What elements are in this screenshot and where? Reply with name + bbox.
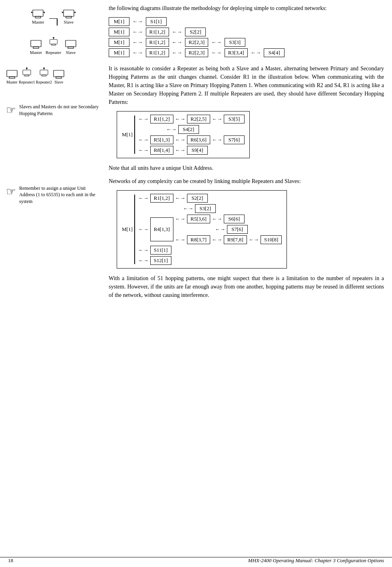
repeater-paragraph: It is reasonable to consider a Repeater …: [109, 64, 384, 106]
cd1-r1-b1: R1[1,2]: [150, 115, 173, 123]
cd1-r3-b2: R6[3,6]: [187, 135, 210, 144]
cd1-r2-b1: S4[2]: [178, 125, 199, 134]
cd1-r3-b3: S7[6]: [224, 135, 245, 144]
cd1-r3-a2: ←→: [175, 137, 185, 143]
left-sidebar: Master: [0, 0, 105, 567]
cd2-r5-a3: ←→: [249, 237, 259, 243]
cd1-r1-a2: ←→: [175, 116, 185, 122]
slave-label-2: Slave: [66, 50, 76, 55]
network-row-3: M[1] ←→ R1[1,2] ←→ R2[2,3] ←→ S3[3]: [109, 38, 245, 47]
cd2-r1-b1: R1[1,2]: [150, 194, 173, 203]
note-slaves-masters-text: Slaves and Masters do not use Secondary …: [19, 103, 101, 117]
hand-icon-2: ☞: [6, 185, 16, 198]
svg-rect-23: [25, 75, 29, 76]
hand-icon-1: ☞: [6, 103, 16, 117]
complex-diagram-2: M[1] ←→ R1[1,2] ←→ S2[2]: [117, 190, 384, 269]
device-slave-3: Slave: [53, 68, 65, 84]
cd2-row-1: ←→ R1[1,2] ←→ S2[2]: [137, 194, 282, 203]
cd2-r6-a1: ←→: [138, 247, 149, 253]
box-s33-r3: S3[3]: [225, 38, 245, 47]
closing-paragraph: With a limitation of 51 hopping patterns…: [109, 274, 384, 299]
cd2-r3-a1: ←→: [138, 226, 149, 233]
master-label-1: Master: [32, 20, 44, 24]
box-s44-r4: S4[4]: [264, 48, 285, 57]
svg-rect-18: [66, 40, 76, 47]
diagram-master-repeater-slave: Master Repeater: [6, 35, 101, 55]
cd1-master: M[1]: [122, 131, 133, 138]
cd2-r5-sub3: ←→ R8[3,7] ←→ R9[7,8] ←→ S10[8]: [173, 235, 282, 244]
cd1-vert-line: [134, 115, 135, 154]
arrow-r2-1: ←→: [131, 29, 144, 35]
svg-rect-1: [35, 16, 41, 18]
main-content: the following diagrams illustrate the me…: [105, 0, 392, 567]
cd1-r1-a1: ←→: [138, 116, 149, 122]
device-master-3: Master: [6, 68, 18, 84]
cd2-r5-a2: ←→: [212, 237, 222, 243]
cd1-r1-b3: S3[5]: [224, 115, 245, 123]
box-m1-r4: M[1]: [109, 48, 129, 57]
cd1-r2-a1: ←→: [166, 126, 177, 133]
cd2-r4-a3: ←→: [215, 226, 225, 233]
svg-rect-27: [42, 75, 46, 76]
svg-rect-0: [33, 10, 43, 16]
cd2-r1-a2: ←→: [175, 195, 185, 201]
cd2-r4-box-combined: R4[1,3]: [150, 217, 173, 241]
svg-rect-31: [56, 77, 62, 78]
box-r334-r4: R3[3,4]: [225, 48, 248, 57]
cd1-r1-a3: ←→: [212, 116, 222, 122]
page-footer: 18 MHX-2400 Operating Manual: Chapter 3 …: [0, 557, 392, 564]
device-master-2: Master: [29, 38, 43, 55]
network-row-4: M[1] ←→ R1[1,2] ←→ R2[2,3] ←→ R3[3,4] ←→…: [109, 48, 285, 57]
device-slave-1: Slave: [62, 8, 76, 24]
cd1-row-4: ←→ R8[1,4] ←→ S9[4]: [137, 146, 245, 155]
slave-label-1: Slave: [64, 20, 74, 24]
complex-diagram-1: M[1] ←→ R1[1,2] ←→ R2[2,5] ←→ S3[: [117, 111, 384, 158]
svg-rect-26: [40, 70, 48, 75]
svg-point-11: [75, 12, 76, 13]
device-slave-2: Slave: [64, 38, 78, 55]
box-r112-r3: R1[1,2]: [146, 38, 169, 47]
cd2-r2-a1: ←→: [183, 205, 193, 212]
cd2-r1-a1: ←→: [138, 195, 149, 201]
cd2-row-6: ←→ S11[1]: [137, 246, 282, 255]
arrow-r2-2: ←→: [171, 29, 184, 35]
footer-title: MHX-2400 Operating Manual: Chapter 3 Con…: [248, 557, 384, 564]
cd1-row-3: ←→ R5[1,3] ←→ R6[3,6] ←→ S7[6]: [137, 135, 245, 144]
svg-point-17: [53, 37, 54, 38]
box-r223-r4: R2[2,3]: [185, 48, 208, 57]
svg-rect-7: [66, 16, 72, 18]
svg-point-25: [26, 68, 28, 69]
cd2-master: M[1]: [122, 226, 133, 233]
box-r223-r3: R2[2,3]: [185, 38, 208, 47]
cd2-r3-a2: ←→: [175, 216, 185, 222]
cd2-r2-b1: S3[2]: [195, 204, 216, 213]
note-slaves-masters: ☞ Slaves and Masters do not use Secondar…: [6, 103, 101, 117]
arrow-r4-3: ←→: [210, 50, 223, 56]
cd1-r3-b1: R5[1,3]: [150, 135, 173, 144]
box-m1-r3: M[1]: [109, 38, 129, 47]
svg-point-29: [43, 68, 44, 69]
box-r112-r4: R1[1,2]: [146, 48, 169, 57]
svg-point-4: [31, 12, 32, 13]
cd2-r7-a1: ←→: [138, 257, 149, 264]
cd1-rows: ←→ R1[1,2] ←→ R2[2,5] ←→ S3[5] ←→ S4[2]: [137, 115, 245, 155]
arrow-r4-2: ←→: [171, 50, 184, 56]
cd2-r4-b3: S7[6]: [227, 225, 248, 234]
svg-rect-19: [68, 47, 74, 48]
cd2-r5-a1: ←→: [175, 237, 185, 243]
arrow-r4-1: ←→: [131, 50, 144, 56]
box-s1-r1: S1[1]: [146, 17, 167, 26]
cd2-row-2: ←→ ←→ S3[2]: [137, 204, 282, 213]
box-s22-r2: S2[2]: [185, 28, 206, 36]
cd1-r4-b2: S9[4]: [187, 146, 208, 155]
cd1-r1-b2: R2[2,5]: [187, 115, 210, 123]
svg-rect-20: [7, 70, 17, 77]
device-repeater2: Repeater2: [36, 66, 52, 84]
page-number: 18: [8, 557, 13, 564]
cd1-r4-a1: ←→: [138, 147, 149, 153]
note-unit-address-inline: Note that all units have a unique Unit A…: [109, 164, 384, 172]
cd2-r5-b2: R9[7,8]: [224, 235, 247, 244]
cd2-r1-b2: S2[2]: [187, 194, 208, 203]
cd2-r7-b1: S12[1]: [150, 256, 171, 265]
master-label-2: Master: [30, 50, 42, 55]
